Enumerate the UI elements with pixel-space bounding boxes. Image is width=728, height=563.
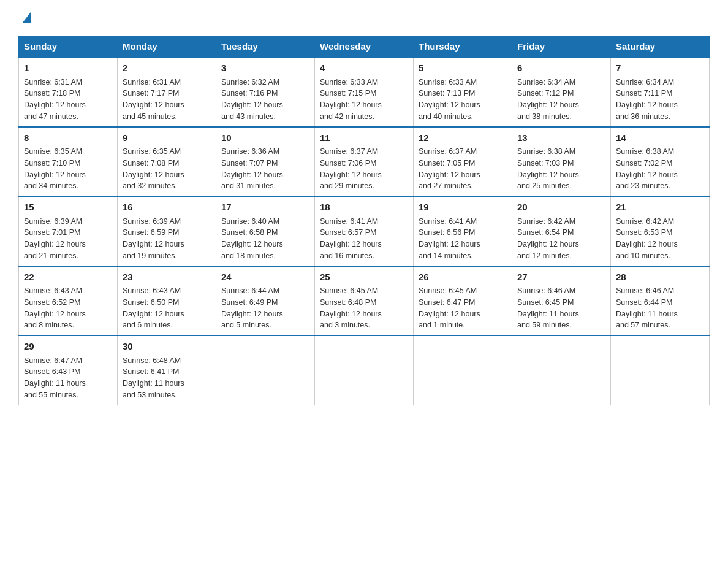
calendar-cell: 3Sunrise: 6:32 AMSunset: 7:16 PMDaylight… bbox=[216, 57, 315, 127]
calendar-cell bbox=[611, 335, 710, 405]
calendar-week-2: 8Sunrise: 6:35 AMSunset: 7:10 PMDaylight… bbox=[19, 127, 710, 197]
day-info: Sunrise: 6:35 AMSunset: 7:10 PMDaylight:… bbox=[24, 147, 86, 190]
calendar-cell: 25Sunrise: 6:45 AMSunset: 6:48 PMDayligh… bbox=[315, 266, 414, 336]
day-info: Sunrise: 6:37 AMSunset: 7:05 PMDaylight:… bbox=[419, 147, 480, 190]
day-number: 1 bbox=[24, 61, 112, 75]
calendar-cell: 12Sunrise: 6:37 AMSunset: 7:05 PMDayligh… bbox=[414, 127, 512, 197]
day-info: Sunrise: 6:46 AMSunset: 6:45 PMDaylight:… bbox=[517, 286, 579, 329]
day-info: Sunrise: 6:34 AMSunset: 7:12 PMDaylight:… bbox=[517, 78, 579, 121]
day-info: Sunrise: 6:38 AMSunset: 7:02 PMDaylight:… bbox=[616, 147, 678, 190]
calendar-cell: 2Sunrise: 6:31 AMSunset: 7:17 PMDaylight… bbox=[118, 57, 216, 127]
calendar-cell: 11Sunrise: 6:37 AMSunset: 7:06 PMDayligh… bbox=[315, 127, 414, 197]
day-info: Sunrise: 6:39 AMSunset: 6:59 PMDaylight:… bbox=[123, 217, 184, 260]
calendar-cell: 8Sunrise: 6:35 AMSunset: 7:10 PMDaylight… bbox=[19, 127, 118, 197]
header-tuesday: Tuesday bbox=[216, 36, 315, 58]
day-number: 24 bbox=[221, 270, 309, 285]
day-info: Sunrise: 6:43 AMSunset: 6:50 PMDaylight:… bbox=[123, 286, 184, 329]
day-number: 17 bbox=[221, 201, 309, 215]
day-info: Sunrise: 6:41 AMSunset: 6:56 PMDaylight:… bbox=[419, 217, 480, 260]
day-number: 25 bbox=[320, 270, 408, 285]
day-number: 19 bbox=[419, 201, 507, 215]
day-info: Sunrise: 6:47 AMSunset: 6:43 PMDaylight:… bbox=[24, 356, 86, 399]
day-number: 2 bbox=[123, 61, 211, 75]
header-sunday: Sunday bbox=[19, 36, 118, 58]
day-info: Sunrise: 6:31 AMSunset: 7:17 PMDaylight:… bbox=[123, 78, 184, 121]
day-number: 23 bbox=[123, 270, 211, 285]
day-number: 10 bbox=[221, 131, 309, 145]
calendar-cell: 18Sunrise: 6:41 AMSunset: 6:57 PMDayligh… bbox=[315, 196, 414, 266]
day-info: Sunrise: 6:31 AMSunset: 7:18 PMDaylight:… bbox=[24, 78, 86, 121]
day-number: 30 bbox=[123, 340, 211, 354]
calendar-cell: 13Sunrise: 6:38 AMSunset: 7:03 PMDayligh… bbox=[512, 127, 611, 197]
day-info: Sunrise: 6:43 AMSunset: 6:52 PMDaylight:… bbox=[24, 286, 86, 329]
day-info: Sunrise: 6:44 AMSunset: 6:49 PMDaylight:… bbox=[221, 286, 283, 329]
day-info: Sunrise: 6:42 AMSunset: 6:54 PMDaylight:… bbox=[517, 217, 579, 260]
day-number: 20 bbox=[517, 201, 605, 215]
day-number: 14 bbox=[616, 131, 704, 145]
calendar-cell: 30Sunrise: 6:48 AMSunset: 6:41 PMDayligh… bbox=[118, 335, 216, 405]
calendar-cell: 15Sunrise: 6:39 AMSunset: 7:01 PMDayligh… bbox=[19, 196, 118, 266]
calendar-week-1: 1Sunrise: 6:31 AMSunset: 7:18 PMDaylight… bbox=[19, 57, 710, 127]
day-info: Sunrise: 6:40 AMSunset: 6:58 PMDaylight:… bbox=[221, 217, 283, 260]
day-number: 16 bbox=[123, 201, 211, 215]
calendar-cell bbox=[315, 335, 414, 405]
day-number: 26 bbox=[419, 270, 507, 285]
day-number: 18 bbox=[320, 201, 408, 215]
calendar-cell: 16Sunrise: 6:39 AMSunset: 6:59 PMDayligh… bbox=[118, 196, 216, 266]
calendar-cell: 19Sunrise: 6:41 AMSunset: 6:56 PMDayligh… bbox=[414, 196, 512, 266]
calendar-cell: 9Sunrise: 6:35 AMSunset: 7:08 PMDaylight… bbox=[118, 127, 216, 197]
calendar-cell: 5Sunrise: 6:33 AMSunset: 7:13 PMDaylight… bbox=[414, 57, 512, 127]
logo-triangle-icon bbox=[22, 12, 31, 23]
day-info: Sunrise: 6:33 AMSunset: 7:15 PMDaylight:… bbox=[320, 78, 382, 121]
day-number: 7 bbox=[616, 61, 704, 75]
day-info: Sunrise: 6:48 AMSunset: 6:41 PMDaylight:… bbox=[123, 356, 184, 399]
calendar-cell: 22Sunrise: 6:43 AMSunset: 6:52 PMDayligh… bbox=[19, 266, 118, 336]
day-number: 28 bbox=[616, 270, 704, 285]
calendar-cell: 1Sunrise: 6:31 AMSunset: 7:18 PMDaylight… bbox=[19, 57, 118, 127]
calendar-cell: 17Sunrise: 6:40 AMSunset: 6:58 PMDayligh… bbox=[216, 196, 315, 266]
header-saturday: Saturday bbox=[611, 36, 710, 58]
calendar-header-row: SundayMondayTuesdayWednesdayThursdayFrid… bbox=[19, 36, 710, 58]
calendar-cell: 6Sunrise: 6:34 AMSunset: 7:12 PMDaylight… bbox=[512, 57, 611, 127]
day-number: 27 bbox=[517, 270, 605, 285]
calendar-cell: 20Sunrise: 6:42 AMSunset: 6:54 PMDayligh… bbox=[512, 196, 611, 266]
logo-blue-text bbox=[18, 12, 31, 23]
calendar-cell bbox=[414, 335, 512, 405]
calendar-cell: 14Sunrise: 6:38 AMSunset: 7:02 PMDayligh… bbox=[611, 127, 710, 197]
day-info: Sunrise: 6:38 AMSunset: 7:03 PMDaylight:… bbox=[517, 147, 579, 190]
day-info: Sunrise: 6:42 AMSunset: 6:53 PMDaylight:… bbox=[616, 217, 678, 260]
day-info: Sunrise: 6:41 AMSunset: 6:57 PMDaylight:… bbox=[320, 217, 382, 260]
day-number: 15 bbox=[24, 201, 112, 215]
day-info: Sunrise: 6:45 AMSunset: 6:47 PMDaylight:… bbox=[419, 286, 480, 329]
day-info: Sunrise: 6:37 AMSunset: 7:06 PMDaylight:… bbox=[320, 147, 382, 190]
calendar-cell: 29Sunrise: 6:47 AMSunset: 6:43 PMDayligh… bbox=[19, 335, 118, 405]
day-number: 5 bbox=[419, 61, 507, 75]
day-number: 22 bbox=[24, 270, 112, 285]
day-info: Sunrise: 6:36 AMSunset: 7:07 PMDaylight:… bbox=[221, 147, 283, 190]
logo bbox=[18, 12, 31, 23]
calendar-week-4: 22Sunrise: 6:43 AMSunset: 6:52 PMDayligh… bbox=[19, 266, 710, 336]
day-number: 12 bbox=[419, 131, 507, 145]
header-wednesday: Wednesday bbox=[315, 36, 414, 58]
header-monday: Monday bbox=[118, 36, 216, 58]
day-info: Sunrise: 6:34 AMSunset: 7:11 PMDaylight:… bbox=[616, 78, 678, 121]
day-info: Sunrise: 6:32 AMSunset: 7:16 PMDaylight:… bbox=[221, 78, 283, 121]
day-number: 6 bbox=[517, 61, 605, 75]
day-info: Sunrise: 6:39 AMSunset: 7:01 PMDaylight:… bbox=[24, 217, 86, 260]
calendar-cell: 28Sunrise: 6:46 AMSunset: 6:44 PMDayligh… bbox=[611, 266, 710, 336]
day-number: 13 bbox=[517, 131, 605, 145]
day-number: 8 bbox=[24, 131, 112, 145]
calendar-cell: 27Sunrise: 6:46 AMSunset: 6:45 PMDayligh… bbox=[512, 266, 611, 336]
calendar-cell: 23Sunrise: 6:43 AMSunset: 6:50 PMDayligh… bbox=[118, 266, 216, 336]
header-thursday: Thursday bbox=[414, 36, 512, 58]
day-number: 21 bbox=[616, 201, 704, 215]
calendar-cell: 24Sunrise: 6:44 AMSunset: 6:49 PMDayligh… bbox=[216, 266, 315, 336]
calendar-cell bbox=[216, 335, 315, 405]
day-info: Sunrise: 6:45 AMSunset: 6:48 PMDaylight:… bbox=[320, 286, 382, 329]
calendar-cell: 26Sunrise: 6:45 AMSunset: 6:47 PMDayligh… bbox=[414, 266, 512, 336]
calendar-week-5: 29Sunrise: 6:47 AMSunset: 6:43 PMDayligh… bbox=[19, 335, 710, 405]
calendar-cell: 7Sunrise: 6:34 AMSunset: 7:11 PMDaylight… bbox=[611, 57, 710, 127]
header-friday: Friday bbox=[512, 36, 611, 58]
calendar-cell bbox=[512, 335, 611, 405]
calendar-week-3: 15Sunrise: 6:39 AMSunset: 7:01 PMDayligh… bbox=[19, 196, 710, 266]
